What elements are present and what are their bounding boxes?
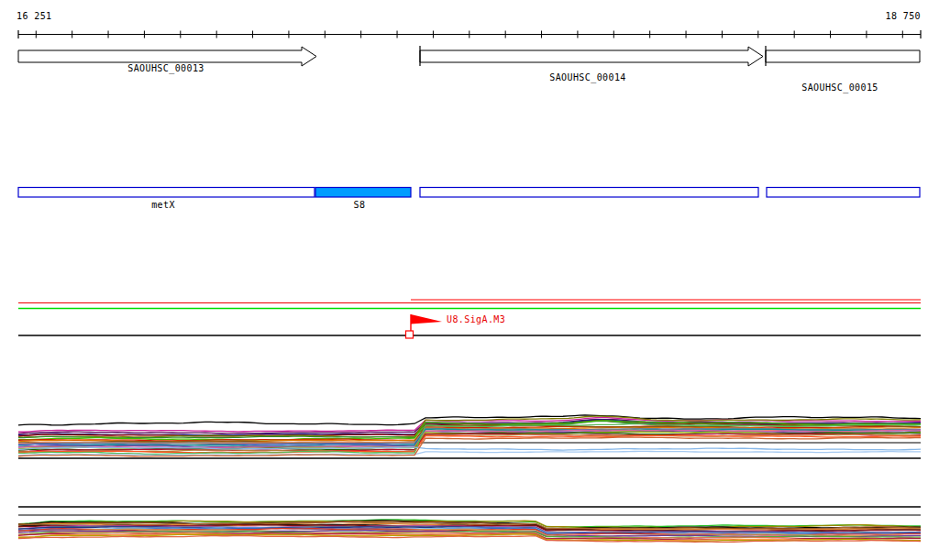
feature-box[interactable] — [767, 188, 920, 198]
gene-arrow-saouhsc_00014[interactable] — [420, 47, 763, 66]
flag-base-square[interactable] — [406, 331, 414, 338]
feature-box-metx[interactable] — [18, 188, 315, 198]
ruler-end-label: 18 750 — [884, 12, 921, 21]
sigma-flag-label: U8.SigA.M3 — [447, 315, 505, 324]
feature-box[interactable] — [420, 188, 758, 198]
feature-box-s8[interactable] — [315, 188, 411, 198]
feature-label-metx: metX — [151, 201, 175, 210]
genome-browser-view: 16 251 18 750 SAOUHSC_00013 SAOUHSC_0001… — [0, 0, 939, 560]
gene-label-saouhsc-00013: SAOUHSC_00013 — [127, 64, 204, 73]
gene-label-saouhsc-00014: SAOUHSC_00014 — [549, 73, 625, 82]
flag-pennant[interactable] — [411, 314, 442, 324]
ruler-start-label: 16 251 — [17, 12, 52, 21]
feature-label-s8: S8 — [354, 201, 366, 210]
browser-canvas — [0, 0, 939, 560]
gene-arrow-saouhsc_00015[interactable] — [766, 50, 920, 62]
gene-label-saouhsc-00015: SAOUHSC_00015 — [801, 83, 878, 93]
